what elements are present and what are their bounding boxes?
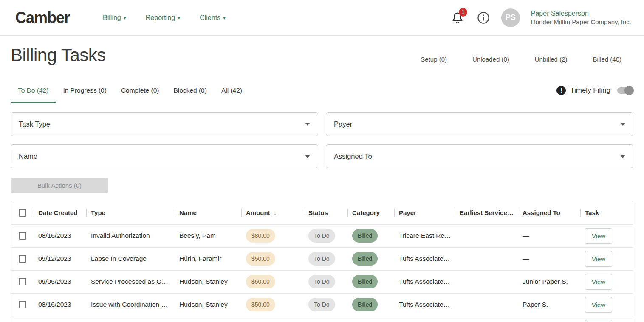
info-button[interactable] bbox=[477, 11, 490, 25]
view-button[interactable]: View bbox=[585, 297, 612, 313]
cell-date: 08/16/2023 bbox=[34, 224, 87, 247]
cell-date: 09/12/2023 bbox=[34, 247, 87, 270]
nav-clients[interactable]: Clients ▾ bbox=[200, 14, 226, 22]
cell-assigned: Junior Paper S. bbox=[518, 270, 581, 293]
col-task: Task bbox=[581, 201, 633, 224]
cell-name: Húrin, Faramir bbox=[175, 247, 242, 270]
summary-unloaded[interactable]: Unloaded (0) bbox=[472, 56, 509, 63]
cell-type: Service Processed as Out … bbox=[87, 270, 175, 293]
col-status[interactable]: Status bbox=[304, 201, 348, 224]
status-badge: To Do bbox=[308, 275, 335, 288]
col-category[interactable]: Category bbox=[348, 201, 395, 224]
col-type[interactable]: Type bbox=[87, 201, 175, 224]
cell-type: Invalid Authorization bbox=[87, 224, 175, 247]
avatar[interactable]: PS bbox=[501, 8, 520, 27]
cell-name: Hudson, Stanley bbox=[175, 270, 242, 293]
col-earliest-service[interactable]: Earliest Service … bbox=[455, 201, 518, 224]
col-assigned-to[interactable]: Assigned To bbox=[518, 201, 581, 224]
filters: Task Type Payer Name Assigned To bbox=[11, 112, 633, 168]
bulk-actions-button[interactable]: Bulk Actions (0) bbox=[11, 178, 108, 193]
nav-billing-label: Billing bbox=[103, 14, 121, 22]
row-checkbox[interactable] bbox=[19, 255, 26, 263]
notifications-button[interactable]: 1 bbox=[451, 11, 466, 25]
row-checkbox[interactable] bbox=[19, 278, 26, 285]
view-button[interactable]: View bbox=[585, 274, 612, 290]
nav-billing[interactable]: Billing ▾ bbox=[103, 14, 126, 22]
table-row: 09/12/2023 Lapse In Coverage Húrin, Fara… bbox=[11, 247, 633, 270]
page-title: Billing Tasks bbox=[11, 45, 106, 65]
col-name[interactable]: Name bbox=[175, 201, 242, 224]
filter-name[interactable]: Name bbox=[11, 144, 318, 168]
notification-badge: 1 bbox=[459, 8, 467, 17]
amount-badge: $50.00 bbox=[246, 252, 275, 266]
timely-filing-control: ! Timely Filing bbox=[556, 84, 633, 95]
cell-name: Hudson, Stanley bbox=[175, 293, 242, 316]
cell-type: Lapse In Coverage bbox=[87, 247, 175, 270]
filter-task-type[interactable]: Task Type bbox=[11, 112, 318, 136]
tab-all[interactable]: All (42) bbox=[214, 84, 249, 103]
table-row-partial: View bbox=[11, 316, 633, 322]
view-button[interactable]: View bbox=[585, 251, 612, 267]
cell-earliest bbox=[455, 224, 518, 247]
chevron-down-icon: ▾ bbox=[178, 15, 180, 21]
nav-clients-label: Clients bbox=[200, 14, 220, 22]
category-badge: Billed bbox=[352, 229, 378, 243]
tab-blocked[interactable]: Blocked (0) bbox=[166, 84, 214, 103]
nav-reporting[interactable]: Reporting ▾ bbox=[146, 14, 180, 22]
timely-filing-toggle[interactable] bbox=[617, 87, 633, 94]
filter-task-type-label: Task Type bbox=[19, 120, 50, 128]
status-badge: To Do bbox=[308, 252, 335, 266]
row-checkbox[interactable] bbox=[19, 232, 26, 240]
main-content: Billing Tasks Setup (0) Unloaded (0) Unb… bbox=[0, 36, 644, 322]
filter-payer[interactable]: Payer bbox=[326, 112, 633, 136]
col-payer[interactable]: Payer bbox=[395, 201, 455, 224]
cell-type: Issue with Coordination of … bbox=[87, 293, 175, 316]
cell-assigned: — bbox=[518, 224, 581, 247]
col-date-created[interactable]: Date Created bbox=[34, 201, 87, 224]
summary-billed[interactable]: Billed (40) bbox=[593, 56, 621, 63]
summary-setup[interactable]: Setup (0) bbox=[421, 56, 447, 63]
info-icon bbox=[477, 11, 490, 25]
cell-payer: Tufts Associated … bbox=[395, 270, 455, 293]
table-row: 09/05/2023 Service Processed as Out … Hu… bbox=[11, 270, 633, 293]
col-amount-label: Amount bbox=[246, 209, 270, 216]
view-button[interactable]: View bbox=[585, 320, 612, 322]
user-name[interactable]: Paper Salesperson bbox=[531, 9, 631, 18]
tab-complete[interactable]: Complete (0) bbox=[114, 84, 167, 103]
chevron-down-icon: ▾ bbox=[223, 15, 226, 21]
amount-badge: $50.00 bbox=[246, 275, 275, 288]
summary-unbilled[interactable]: Unbilled (2) bbox=[535, 56, 568, 63]
cell-earliest bbox=[455, 270, 518, 293]
title-row: Billing Tasks Setup (0) Unloaded (0) Unb… bbox=[11, 45, 633, 65]
tab-todo[interactable]: To Do (42) bbox=[11, 84, 56, 103]
cell-assigned: — bbox=[518, 247, 581, 270]
app-logo[interactable]: Camber bbox=[15, 9, 70, 27]
chevron-down-icon bbox=[305, 123, 310, 126]
view-button[interactable]: View bbox=[585, 228, 612, 244]
chevron-down-icon bbox=[305, 155, 310, 158]
category-badge: Billed bbox=[352, 252, 378, 266]
filter-assigned-to[interactable]: Assigned To bbox=[326, 144, 633, 168]
sort-descending-icon[interactable]: ↓ bbox=[274, 209, 277, 216]
chevron-down-icon bbox=[620, 123, 625, 126]
filter-name-label: Name bbox=[19, 153, 37, 161]
status-badge: To Do bbox=[308, 298, 335, 311]
top-right-actions: 1 PS Paper Salesperson Dunder Mifflin Pa… bbox=[451, 8, 631, 27]
col-amount[interactable]: Amount↓ bbox=[242, 201, 304, 224]
row-checkbox[interactable] bbox=[19, 301, 26, 308]
chevron-down-icon: ▾ bbox=[124, 15, 126, 21]
cell-payer: Tricare East Reg… bbox=[395, 224, 455, 247]
select-all-checkbox[interactable] bbox=[19, 209, 26, 217]
tab-in-progress[interactable]: In Progress (0) bbox=[56, 84, 114, 103]
top-bar: Camber Billing ▾ Reporting ▾ Clients ▾ 1 bbox=[0, 0, 644, 36]
tasks-table: Date Created Type Name Amount↓ Status Ca… bbox=[11, 201, 633, 322]
cell-payer: Tufts Associated … bbox=[395, 293, 455, 316]
alert-icon: ! bbox=[556, 86, 566, 95]
billing-summary: Setup (0) Unloaded (0) Unbilled (2) Bill… bbox=[421, 56, 633, 65]
category-badge: Billed bbox=[352, 298, 378, 311]
amount-badge: $80.00 bbox=[246, 229, 275, 243]
user-company: Dunder Mifflin Paper Company, Inc. bbox=[531, 18, 631, 26]
category-badge: Billed bbox=[352, 275, 378, 288]
cell-earliest bbox=[455, 247, 518, 270]
toggle-knob bbox=[624, 86, 634, 95]
